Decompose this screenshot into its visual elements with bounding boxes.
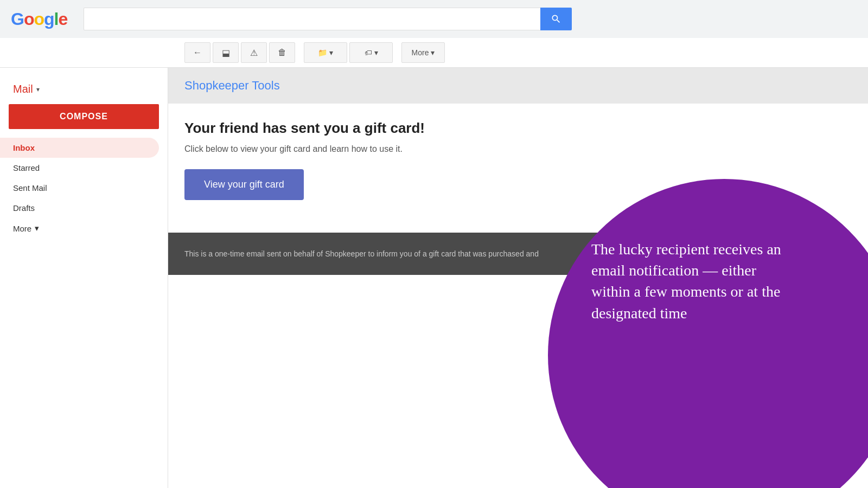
mail-chevron-icon: ▾ [36, 86, 40, 93]
top-bar: Google [0, 0, 868, 38]
logo-l: l [54, 9, 59, 29]
sidebar-item-starred[interactable]: Starred [0, 158, 159, 178]
search-icon [551, 14, 561, 24]
search-button[interactable] [540, 8, 572, 30]
sidebar-item-label: Starred [13, 163, 40, 172]
sender-name: Shopkeeper Tools [184, 79, 852, 93]
more-button[interactable]: More ▾ [401, 42, 445, 63]
delete-icon: 🗑 [278, 48, 286, 57]
back-icon: ← [193, 48, 202, 57]
logo-o2: o [34, 9, 44, 29]
sidebar-item-label: Drafts [13, 203, 35, 213]
google-logo: Google [11, 9, 67, 29]
folder-icon: 📁 [318, 48, 327, 57]
logo-g: G [11, 9, 24, 29]
back-button[interactable]: ← [184, 42, 210, 63]
folder-dropdown-icon: ▾ [329, 48, 333, 57]
mail-label[interactable]: Mail ▾ [9, 81, 159, 98]
label-icon: 🏷 [365, 48, 372, 57]
archive-icon: ⬓ [222, 48, 230, 58]
delete-button[interactable]: 🗑 [269, 42, 295, 63]
search-input[interactable] [84, 8, 540, 30]
more-dropdown-icon: ▾ [431, 48, 435, 57]
email-footer-text: This is a one-time email sent on behalf … [184, 249, 539, 258]
label-button[interactable]: 🏷 ▾ [349, 42, 393, 63]
email-title: Your friend has sent you a gift card! [184, 120, 852, 137]
mail-label-text: Mail [13, 83, 33, 95]
sidebar-item-label: Sent Mail [13, 183, 47, 192]
view-gift-card-button[interactable]: View your gift card [184, 169, 304, 200]
spam-icon: ⚠ [250, 48, 258, 58]
email-sender-header: Shopkeeper Tools [168, 68, 868, 104]
archive-button[interactable]: ⬓ [213, 42, 239, 63]
logo-e: e [58, 9, 67, 29]
sidebar-item-drafts[interactable]: Drafts [0, 198, 159, 218]
sidebar-item-more[interactable]: More ▾ [0, 218, 159, 239]
mail-label-wrap: Mail ▾ [0, 76, 168, 104]
more-chevron-icon: ▾ [35, 223, 39, 233]
logo-o1: o [24, 9, 34, 29]
email-area: Shopkeeper Tools Your friend has sent yo… [168, 68, 868, 488]
overlay-text: The lucky recipient receives an email no… [591, 239, 797, 324]
sidebar: Mail ▾ COMPOSE Inbox Starred Sent Mail D… [0, 68, 168, 488]
logo-g2: g [44, 9, 54, 29]
sidebar-item-sent[interactable]: Sent Mail [0, 178, 159, 198]
spam-button[interactable]: ⚠ [241, 42, 267, 63]
email-subtitle: Click below to view your gift card and l… [184, 144, 852, 154]
sidebar-item-inbox[interactable]: Inbox [0, 138, 159, 158]
sidebar-item-label: Inbox [13, 143, 35, 152]
compose-button[interactable]: COMPOSE [9, 104, 159, 129]
search-bar-wrap [84, 8, 572, 30]
more-label: More [412, 48, 429, 57]
email-footer: This is a one-time email sent on behalf … [168, 233, 640, 275]
main-layout: Mail ▾ COMPOSE Inbox Starred Sent Mail D… [0, 68, 868, 488]
toolbar: ← ⬓ ⚠ 🗑 📁 ▾ 🏷 ▾ More ▾ [0, 38, 868, 68]
label-dropdown-icon: ▾ [374, 48, 378, 57]
folder-button[interactable]: 📁 ▾ [304, 42, 347, 63]
sidebar-item-label: More [13, 224, 31, 233]
